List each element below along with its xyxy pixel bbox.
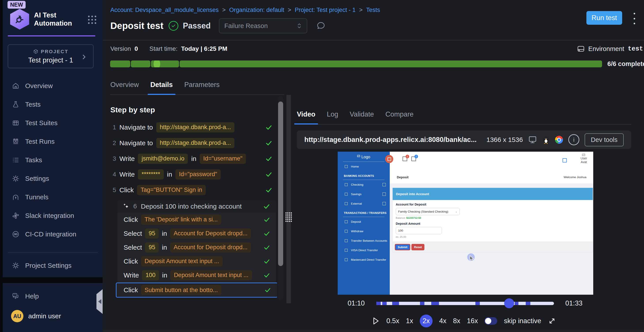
step-row-5[interactable]: 5 Click Tag="BUTTON" Sign in [110,182,277,198]
speed-16x[interactable]: 16x [467,317,478,325]
speed-1x[interactable]: 1x [406,317,413,325]
bank-deposit-card: Deposit into Account Account for Deposit… [392,188,593,252]
speed-8x[interactable]: 8x [453,317,460,325]
run-test-button[interactable]: Run test [586,11,622,25]
sidebar-item-test-suites[interactable]: Test Suites [3,114,103,132]
app-logo-icon [10,9,29,30]
bank-logo: Logo [338,155,390,160]
video-frame[interactable]: Logo Home BANKING ACCOUNTS Checking Savi… [338,152,593,295]
project-switcher[interactable]: PROJECT Test project - 1 [8,44,94,68]
step-row-1[interactable]: 1 Navigate to http://stage.dbank.prod-a.… [110,120,277,135]
failure-reason-select[interactable]: Failure Reason [219,18,307,33]
step-group-header[interactable]: 6 Deposit 100 into checking account [118,200,276,212]
tab-compare[interactable]: Compare [385,110,414,124]
video-resolution: 1366 x 1536 [486,136,523,144]
tab-log[interactable]: Log [327,110,338,124]
step-selector-pill: Deposit Amount text input ... [141,256,223,266]
meta-row: Version 0 Start time: Today | 6:25 PM En… [103,40,644,57]
app-root: NEW AI Test Automation PROJECT Test proj… [0,0,644,332]
sidebar-item-tasks[interactable]: Tasks [3,151,103,169]
substep-row-5[interactable]: Write 100 in Deposit Amount text input .… [118,268,276,282]
bank-nav-savings: Savings [338,190,390,199]
kebab-menu-icon[interactable] [632,12,636,25]
tab-overview[interactable]: Overview [110,81,139,94]
comment-icon[interactable] [316,21,326,31]
skip-inactive-toggle[interactable] [484,317,497,325]
user-menu[interactable]: AU admin user [3,310,103,322]
sidebar-divider [8,252,98,253]
breadcrumb-separator: > [284,6,295,14]
bank-blue-square-icon [562,158,567,162]
substep-row-3[interactable]: Select 95 in Account for Deposit dropd..… [118,240,276,254]
sidebar-item-tests[interactable]: Tests [3,95,103,114]
horizontal-scrollbar[interactable] [103,330,644,332]
check-icon [263,230,270,237]
bank-sidebar: Logo Home BANKING ACCOUNTS Checking Savi… [338,152,390,295]
step-row-4[interactable]: 4 Write ******** in Id="password" [110,166,277,182]
video-pane: Video Log Validate Compare http://stage.… [291,95,644,303]
bank-section-transactions: TRANSACTIONS / TRANSFERS [338,212,390,214]
pane-splitter[interactable] [286,95,291,303]
tab-parameters[interactable]: Parameters [184,81,220,94]
breadcrumb-account[interactable]: Account: Devspace_all_module_licenses [110,6,219,14]
timeline-track[interactable] [376,302,554,305]
step-number: 5 [110,186,116,194]
speed-2x-active[interactable]: 2x [420,314,432,327]
substep-row-1[interactable]: Click The 'Deposit' link with a si... [118,212,276,226]
sidebar-item-label: Project Settings [25,262,72,269]
step-value-pill: ******** [138,169,164,180]
sidebar-item-overview[interactable]: Overview [3,76,103,95]
step-number: 2 [110,140,116,146]
step-row-3[interactable]: 3 Write jsmith@demo.io in Id="username" [110,151,277,166]
substep-row-6-selected[interactable]: Click Submit button at the botto... [116,282,277,298]
step-url-pill: http://stage.dbank.prod-a... [156,138,234,148]
dev-tools-button[interactable]: Dev tools [585,133,624,146]
breadcrumb-project[interactable]: Project: Test project - 1 [295,6,356,14]
badge-blue: 0 [414,155,418,158]
play-button-icon[interactable] [372,316,380,326]
substep-row-2[interactable]: Select 95 in Account for Deposit dropd..… [118,226,276,240]
info-icon[interactable]: i [568,134,579,145]
sidebar-item-test-runs[interactable]: Test Runs [3,132,103,151]
steps-scrollbar[interactable] [277,95,284,303]
check-icon [264,286,271,294]
bank-nav-home: Home [338,162,390,171]
step-value-pill: 95 [145,242,159,252]
progress-segment [131,60,150,67]
environment-value: test [628,45,643,52]
step-url-pill: http://stage.dbank.prod-a... [156,122,234,132]
speed-0-5x[interactable]: 0.5x [386,317,400,325]
sidebar-item-settings[interactable]: Settings [3,169,103,188]
sidebar-item-project-settings[interactable]: Project Settings [3,256,103,275]
breadcrumb-tests[interactable]: Tests [366,6,380,14]
bank-window-icon: 0 [412,156,416,161]
sidebar-item-tunnels[interactable]: Tunnels [3,188,103,206]
version-label: Version [110,45,131,52]
apps-grid-icon[interactable] [87,14,96,24]
tasks-icon [12,156,20,164]
fullscreen-icon[interactable] [548,317,556,325]
tab-video[interactable]: Video [297,110,316,124]
speed-4x[interactable]: 4x [439,317,446,325]
tab-details[interactable]: Details [150,81,173,94]
bank-card-title: Deposit into Account [392,188,593,200]
bank-welcome-text: Welcome Joshua [564,176,586,179]
sidebar-item-label: Overview [25,82,53,90]
scrollbar-thumb[interactable] [278,102,283,266]
sidebar-item-slack[interactable]: Slack integration [3,206,103,225]
flask-icon [12,101,20,108]
timeline-thumb[interactable] [504,298,514,308]
check-icon [263,203,270,210]
check-icon [265,171,272,178]
steps-title: Step by step [110,106,277,114]
check-icon [263,258,270,265]
sidebar-item-help[interactable]: ? Help [3,287,103,306]
drag-handle-icon [285,212,292,222]
substep-row-4[interactable]: Click Deposit Amount text input ... [118,254,276,268]
step-action: Click [120,186,134,194]
breadcrumb-organization[interactable]: Organization: default [229,6,284,14]
tab-validate[interactable]: Validate [350,110,374,124]
step-selector-pill: Id="username" [200,154,246,164]
sidebar-item-cicd[interactable]: CI-CD integration [3,225,103,244]
step-row-2[interactable]: 2 Navigate to http://stage.dbank.prod-a.… [110,135,277,151]
